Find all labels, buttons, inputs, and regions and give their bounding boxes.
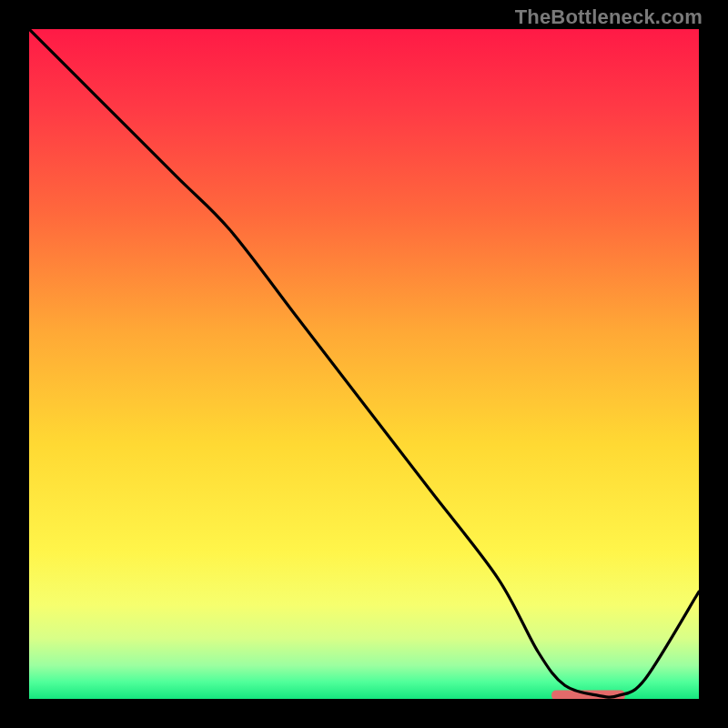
bottleneck-chart xyxy=(29,29,699,699)
chart-stage: TheBottleneck.com xyxy=(0,0,728,728)
watermark-text: TheBottleneck.com xyxy=(515,5,703,29)
